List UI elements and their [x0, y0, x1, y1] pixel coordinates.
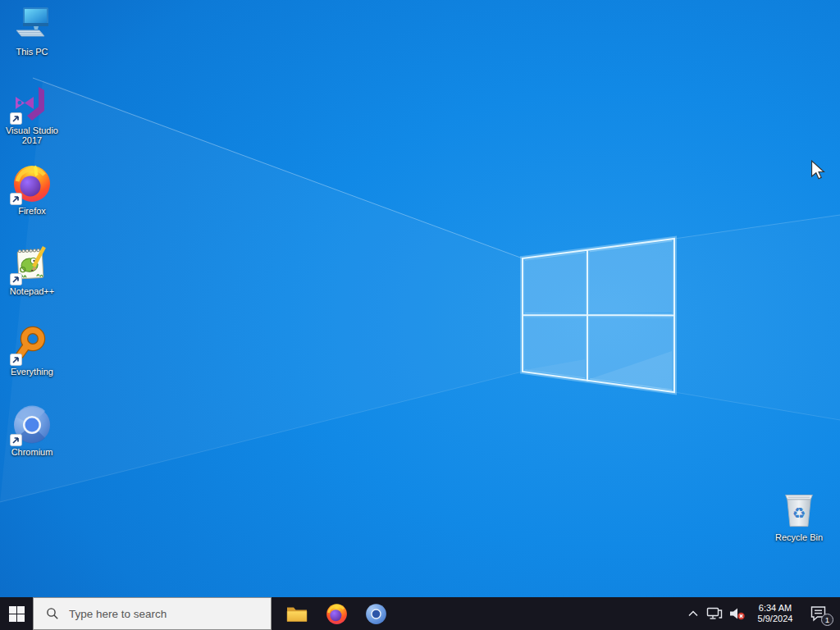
desktop-icon-everything[interactable]: Everything: [2, 325, 62, 377]
shortcut-arrow-icon: [10, 112, 22, 125]
desktop-icon-visual-studio[interactable]: Visual Studio 2017: [2, 84, 62, 145]
desktop-icon-label: Chromium: [11, 447, 53, 457]
shortcut-arrow-icon: [10, 434, 22, 446]
desktop-icon-label: Everything: [11, 367, 53, 377]
everything-icon: [12, 325, 52, 364]
svg-text:♻: ♻: [792, 504, 806, 522]
clock-time: 6:34 AM: [759, 603, 792, 614]
desktop-icon-label: This PC: [16, 47, 48, 57]
notification-count-badge: 1: [821, 614, 833, 626]
taskbar-chromium-button[interactable]: [356, 597, 395, 630]
clock-date: 5/9/2024: [758, 614, 793, 625]
system-tray: 6:34 AM 5/9/2024 1: [683, 597, 840, 630]
desktop-icon-label: Notepad++: [10, 286, 54, 296]
search-input[interactable]: [67, 607, 259, 621]
show-hidden-icons-button[interactable]: [683, 597, 703, 630]
desktop-icon-this-pc[interactable]: This PC: [2, 5, 62, 57]
desktop-icon-recycle-bin[interactable]: ♻ Recycle Bin: [769, 491, 829, 542]
start-button[interactable]: [0, 597, 33, 630]
windows-start-icon: [9, 606, 25, 622]
action-center-button[interactable]: 1: [801, 597, 836, 630]
recycle-bin-icon: ♻: [779, 491, 819, 530]
firefox-icon: [326, 603, 348, 625]
firefox-icon: [12, 164, 52, 203]
network-ethernet-icon: [706, 607, 723, 620]
file-explorer-icon: [286, 605, 308, 623]
chromium-icon: [12, 405, 52, 445]
windows-desktop-screen: This PC Visual Studio 2017: [0, 0, 840, 630]
desktop-icon-label: Visual Studio 2017: [2, 126, 62, 145]
this-pc-icon: [12, 5, 52, 44]
hidden-icons-chevron-icon: [688, 610, 698, 617]
volume-button[interactable]: [725, 597, 749, 630]
desktop-icon-label: Firefox: [18, 206, 46, 216]
visual-studio-2017-icon: [12, 84, 52, 123]
desktop-icon-chromium[interactable]: Chromium: [2, 405, 62, 457]
taskbar-search-box[interactable]: [33, 597, 272, 630]
taskbar-file-explorer-button[interactable]: [277, 597, 317, 630]
taskbar-clock[interactable]: 6:34 AM 5/9/2024: [749, 597, 801, 630]
taskbar-firefox-button[interactable]: [317, 597, 356, 630]
notepadpp-icon: [12, 244, 52, 284]
network-status-button[interactable]: [703, 597, 725, 630]
desktop-icon-notepadpp[interactable]: Notepad++: [2, 244, 62, 296]
taskbar: 6:34 AM 5/9/2024 1: [0, 597, 840, 630]
wallpaper: [0, 0, 840, 597]
volume-muted-icon: [729, 607, 746, 620]
desktop-icon-firefox[interactable]: Firefox: [2, 164, 62, 216]
shortcut-arrow-icon: [10, 273, 22, 285]
shortcut-arrow-icon: [10, 354, 22, 366]
search-icon: [46, 607, 59, 620]
desktop-icon-label: Recycle Bin: [775, 532, 823, 542]
chromium-icon: [365, 603, 387, 625]
windows-logo-wallpaper: [523, 239, 674, 392]
shortcut-arrow-icon: [10, 193, 22, 205]
